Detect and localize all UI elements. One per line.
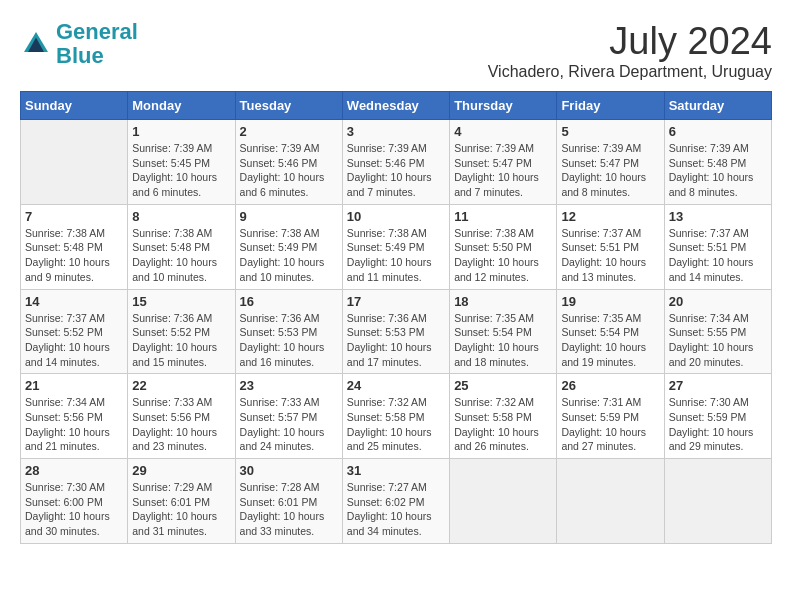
day-number: 1	[132, 124, 230, 139]
column-header-monday: Monday	[128, 92, 235, 120]
logo-line1: General	[56, 19, 138, 44]
day-info: Sunrise: 7:36 AMSunset: 5:52 PMDaylight:…	[132, 311, 230, 370]
day-info: Sunrise: 7:38 AMSunset: 5:49 PMDaylight:…	[240, 226, 338, 285]
day-number: 27	[669, 378, 767, 393]
day-info: Sunrise: 7:32 AMSunset: 5:58 PMDaylight:…	[347, 395, 445, 454]
day-number: 9	[240, 209, 338, 224]
day-info: Sunrise: 7:29 AMSunset: 6:01 PMDaylight:…	[132, 480, 230, 539]
day-info: Sunrise: 7:37 AMSunset: 5:51 PMDaylight:…	[669, 226, 767, 285]
day-info: Sunrise: 7:30 AMSunset: 6:00 PMDaylight:…	[25, 480, 123, 539]
column-header-wednesday: Wednesday	[342, 92, 449, 120]
calendar-cell	[450, 459, 557, 544]
logo-line2: Blue	[56, 43, 104, 68]
day-number: 4	[454, 124, 552, 139]
day-info: Sunrise: 7:36 AMSunset: 5:53 PMDaylight:…	[347, 311, 445, 370]
day-number: 31	[347, 463, 445, 478]
calendar-cell: 2Sunrise: 7:39 AMSunset: 5:46 PMDaylight…	[235, 120, 342, 205]
day-info: Sunrise: 7:37 AMSunset: 5:52 PMDaylight:…	[25, 311, 123, 370]
day-info: Sunrise: 7:31 AMSunset: 5:59 PMDaylight:…	[561, 395, 659, 454]
day-info: Sunrise: 7:33 AMSunset: 5:56 PMDaylight:…	[132, 395, 230, 454]
day-number: 23	[240, 378, 338, 393]
calendar-cell: 31Sunrise: 7:27 AMSunset: 6:02 PMDayligh…	[342, 459, 449, 544]
day-number: 20	[669, 294, 767, 309]
calendar-cell: 7Sunrise: 7:38 AMSunset: 5:48 PMDaylight…	[21, 204, 128, 289]
day-number: 28	[25, 463, 123, 478]
day-info: Sunrise: 7:39 AMSunset: 5:46 PMDaylight:…	[240, 141, 338, 200]
calendar-week-row: 1Sunrise: 7:39 AMSunset: 5:45 PMDaylight…	[21, 120, 772, 205]
day-number: 14	[25, 294, 123, 309]
day-info: Sunrise: 7:35 AMSunset: 5:54 PMDaylight:…	[561, 311, 659, 370]
calendar-cell: 15Sunrise: 7:36 AMSunset: 5:52 PMDayligh…	[128, 289, 235, 374]
day-info: Sunrise: 7:34 AMSunset: 5:55 PMDaylight:…	[669, 311, 767, 370]
day-info: Sunrise: 7:39 AMSunset: 5:47 PMDaylight:…	[561, 141, 659, 200]
day-number: 21	[25, 378, 123, 393]
calendar-cell: 13Sunrise: 7:37 AMSunset: 5:51 PMDayligh…	[664, 204, 771, 289]
calendar-cell: 12Sunrise: 7:37 AMSunset: 5:51 PMDayligh…	[557, 204, 664, 289]
calendar-cell: 29Sunrise: 7:29 AMSunset: 6:01 PMDayligh…	[128, 459, 235, 544]
day-info: Sunrise: 7:38 AMSunset: 5:48 PMDaylight:…	[25, 226, 123, 285]
calendar-cell: 16Sunrise: 7:36 AMSunset: 5:53 PMDayligh…	[235, 289, 342, 374]
calendar-cell: 20Sunrise: 7:34 AMSunset: 5:55 PMDayligh…	[664, 289, 771, 374]
day-number: 7	[25, 209, 123, 224]
calendar-cell: 19Sunrise: 7:35 AMSunset: 5:54 PMDayligh…	[557, 289, 664, 374]
day-info: Sunrise: 7:38 AMSunset: 5:50 PMDaylight:…	[454, 226, 552, 285]
day-number: 24	[347, 378, 445, 393]
day-info: Sunrise: 7:27 AMSunset: 6:02 PMDaylight:…	[347, 480, 445, 539]
calendar-cell	[664, 459, 771, 544]
column-header-saturday: Saturday	[664, 92, 771, 120]
day-info: Sunrise: 7:36 AMSunset: 5:53 PMDaylight:…	[240, 311, 338, 370]
page-header: General Blue July 2024 Vichadero, Rivera…	[20, 20, 772, 81]
column-header-friday: Friday	[557, 92, 664, 120]
column-header-sunday: Sunday	[21, 92, 128, 120]
day-number: 12	[561, 209, 659, 224]
calendar-cell	[21, 120, 128, 205]
calendar-cell: 5Sunrise: 7:39 AMSunset: 5:47 PMDaylight…	[557, 120, 664, 205]
day-number: 2	[240, 124, 338, 139]
month-title: July 2024	[488, 20, 772, 63]
calendar-cell: 6Sunrise: 7:39 AMSunset: 5:48 PMDaylight…	[664, 120, 771, 205]
day-number: 11	[454, 209, 552, 224]
day-number: 10	[347, 209, 445, 224]
calendar-cell: 8Sunrise: 7:38 AMSunset: 5:48 PMDaylight…	[128, 204, 235, 289]
day-info: Sunrise: 7:39 AMSunset: 5:46 PMDaylight:…	[347, 141, 445, 200]
calendar-table: SundayMondayTuesdayWednesdayThursdayFrid…	[20, 91, 772, 544]
calendar-cell: 17Sunrise: 7:36 AMSunset: 5:53 PMDayligh…	[342, 289, 449, 374]
day-number: 30	[240, 463, 338, 478]
day-number: 6	[669, 124, 767, 139]
day-number: 19	[561, 294, 659, 309]
day-number: 25	[454, 378, 552, 393]
calendar-cell: 23Sunrise: 7:33 AMSunset: 5:57 PMDayligh…	[235, 374, 342, 459]
calendar-week-row: 21Sunrise: 7:34 AMSunset: 5:56 PMDayligh…	[21, 374, 772, 459]
calendar-header-row: SundayMondayTuesdayWednesdayThursdayFrid…	[21, 92, 772, 120]
title-area: July 2024 Vichadero, Rivera Department, …	[488, 20, 772, 81]
day-number: 15	[132, 294, 230, 309]
day-info: Sunrise: 7:37 AMSunset: 5:51 PMDaylight:…	[561, 226, 659, 285]
day-number: 17	[347, 294, 445, 309]
calendar-cell: 9Sunrise: 7:38 AMSunset: 5:49 PMDaylight…	[235, 204, 342, 289]
day-info: Sunrise: 7:30 AMSunset: 5:59 PMDaylight:…	[669, 395, 767, 454]
day-number: 5	[561, 124, 659, 139]
day-number: 8	[132, 209, 230, 224]
day-number: 18	[454, 294, 552, 309]
day-info: Sunrise: 7:38 AMSunset: 5:48 PMDaylight:…	[132, 226, 230, 285]
day-info: Sunrise: 7:33 AMSunset: 5:57 PMDaylight:…	[240, 395, 338, 454]
day-info: Sunrise: 7:28 AMSunset: 6:01 PMDaylight:…	[240, 480, 338, 539]
calendar-cell: 27Sunrise: 7:30 AMSunset: 5:59 PMDayligh…	[664, 374, 771, 459]
day-info: Sunrise: 7:39 AMSunset: 5:48 PMDaylight:…	[669, 141, 767, 200]
calendar-cell: 22Sunrise: 7:33 AMSunset: 5:56 PMDayligh…	[128, 374, 235, 459]
day-info: Sunrise: 7:39 AMSunset: 5:45 PMDaylight:…	[132, 141, 230, 200]
calendar-cell	[557, 459, 664, 544]
day-info: Sunrise: 7:39 AMSunset: 5:47 PMDaylight:…	[454, 141, 552, 200]
calendar-cell: 1Sunrise: 7:39 AMSunset: 5:45 PMDaylight…	[128, 120, 235, 205]
calendar-cell: 24Sunrise: 7:32 AMSunset: 5:58 PMDayligh…	[342, 374, 449, 459]
calendar-week-row: 28Sunrise: 7:30 AMSunset: 6:00 PMDayligh…	[21, 459, 772, 544]
calendar-cell: 10Sunrise: 7:38 AMSunset: 5:49 PMDayligh…	[342, 204, 449, 289]
calendar-cell: 11Sunrise: 7:38 AMSunset: 5:50 PMDayligh…	[450, 204, 557, 289]
day-number: 26	[561, 378, 659, 393]
column-header-tuesday: Tuesday	[235, 92, 342, 120]
column-header-thursday: Thursday	[450, 92, 557, 120]
calendar-week-row: 14Sunrise: 7:37 AMSunset: 5:52 PMDayligh…	[21, 289, 772, 374]
day-number: 3	[347, 124, 445, 139]
calendar-cell: 18Sunrise: 7:35 AMSunset: 5:54 PMDayligh…	[450, 289, 557, 374]
day-number: 22	[132, 378, 230, 393]
